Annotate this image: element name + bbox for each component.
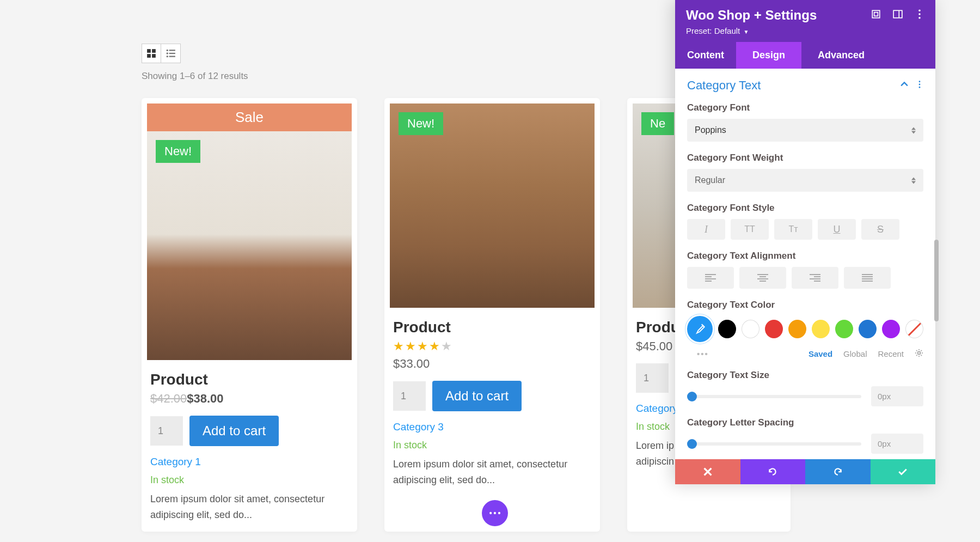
palette-global-tab[interactable]: Global: [843, 349, 867, 358]
uppercase-button[interactable]: TT: [731, 219, 769, 240]
palette-saved-tab[interactable]: Saved: [808, 349, 832, 358]
svg-point-17: [919, 81, 921, 82]
slider-thumb[interactable]: [687, 392, 697, 401]
quantity-input[interactable]: [393, 381, 426, 411]
scrollbar-thumb[interactable]: [934, 240, 939, 321]
svg-point-16: [918, 17, 921, 19]
close-button[interactable]: [675, 459, 740, 484]
price-old: $42.00: [150, 392, 187, 405]
save-button[interactable]: [871, 459, 936, 484]
new-badge: Ne: [641, 112, 674, 135]
align-right-button[interactable]: [792, 267, 838, 289]
quantity-input[interactable]: [636, 363, 669, 393]
svg-rect-7: [169, 53, 175, 54]
svg-rect-12: [893, 10, 902, 18]
more-colors-icon[interactable]: •••: [697, 349, 709, 358]
spacing-label: Category Letter Spacing: [687, 417, 923, 428]
smallcaps-button[interactable]: Tт: [774, 219, 812, 240]
kebab-menu-icon[interactable]: [915, 9, 924, 21]
tab-content[interactable]: Content: [675, 42, 736, 69]
svg-point-4: [166, 50, 168, 51]
palette-recent-tab[interactable]: Recent: [878, 349, 904, 358]
tab-advanced[interactable]: Advanced: [801, 42, 877, 69]
product-title[interactable]: Product: [393, 319, 591, 336]
align-center-button[interactable]: [739, 267, 786, 289]
star-off-icon: ★: [441, 339, 452, 354]
svg-point-19: [919, 87, 921, 88]
font-select[interactable]: Poppins: [687, 119, 923, 142]
preset-selector[interactable]: Preset: Default ▼: [686, 26, 924, 35]
kebab-menu-icon[interactable]: [916, 81, 923, 90]
sale-badge: Sale: [147, 103, 352, 131]
dock-icon[interactable]: [893, 9, 903, 21]
new-badge: New!: [399, 112, 443, 135]
rating-stars: ★★★★★: [393, 339, 591, 354]
color-swatch[interactable]: [742, 320, 759, 338]
color-swatch[interactable]: [835, 320, 853, 338]
svg-point-15: [918, 13, 921, 15]
panel-tabs: Content Design Advanced: [675, 42, 935, 69]
chevron-down-icon: ▼: [743, 29, 749, 35]
color-swatch[interactable]: [882, 320, 900, 338]
new-badge: New!: [156, 140, 200, 163]
svg-rect-3: [152, 54, 156, 58]
svg-rect-9: [169, 56, 175, 57]
product-card: New! Product ★★★★★ $33.00 Add to cart Ca…: [384, 98, 600, 532]
color-swatch[interactable]: [812, 320, 830, 338]
preset-value: Default: [714, 26, 740, 35]
svg-rect-0: [147, 49, 151, 53]
product-image[interactable]: [147, 131, 352, 360]
color-palette-tabs: ••• Saved Global Recent: [687, 349, 923, 359]
strikethrough-button[interactable]: S: [861, 219, 899, 240]
letter-spacing-input[interactable]: [871, 434, 923, 454]
price-now: $45.00: [636, 339, 672, 353]
svg-rect-10: [872, 10, 880, 18]
expand-icon[interactable]: [871, 9, 881, 21]
product-description: Lorem ipsum dolor sit amet, consectetur …: [393, 456, 591, 488]
select-caret-icon: [911, 177, 916, 184]
color-picker-button[interactable]: [687, 316, 713, 342]
svg-point-18: [919, 84, 921, 86]
section-category-text: Category Text Category Font Poppins Cate…: [675, 69, 935, 454]
color-swatch[interactable]: [718, 320, 736, 338]
color-swatch[interactable]: [765, 320, 783, 338]
color-swatch[interactable]: [788, 320, 806, 338]
add-to-cart-button[interactable]: Add to cart: [432, 381, 522, 411]
weight-select-value: Regular: [695, 175, 725, 185]
text-size-slider[interactable]: [687, 395, 861, 398]
slider-thumb[interactable]: [687, 439, 697, 449]
weight-select[interactable]: Regular: [687, 169, 923, 192]
color-label: Category Text Color: [687, 300, 923, 310]
align-justify-button[interactable]: [844, 267, 891, 289]
product-description: Lorem ipsum dolor sit amet, consectetur …: [150, 491, 348, 523]
section-title[interactable]: Category Text: [687, 78, 901, 93]
select-caret-icon: [911, 127, 916, 134]
align-label: Category Text Alignment: [687, 251, 923, 261]
align-left-button[interactable]: [687, 267, 734, 289]
list-view-button[interactable]: [161, 44, 181, 63]
collapse-icon[interactable]: [901, 81, 908, 90]
redo-button[interactable]: [805, 459, 871, 484]
tab-design[interactable]: Design: [736, 42, 801, 69]
italic-button[interactable]: I: [687, 219, 725, 240]
page-actions-fab[interactable]: •••: [482, 500, 508, 526]
svg-point-8: [166, 56, 168, 57]
svg-point-14: [918, 9, 921, 11]
color-none-swatch[interactable]: [905, 320, 923, 338]
product-title[interactable]: Product: [150, 371, 348, 388]
gear-icon[interactable]: [915, 349, 923, 359]
underline-button[interactable]: U: [818, 219, 856, 240]
weight-label: Category Font Weight: [687, 153, 923, 163]
add-to-cart-button[interactable]: Add to cart: [189, 416, 279, 446]
style-label: Category Font Style: [687, 203, 923, 214]
text-size-input[interactable]: [871, 386, 923, 406]
letter-spacing-slider[interactable]: [687, 442, 861, 446]
quantity-input[interactable]: [150, 416, 183, 446]
category-link[interactable]: Category 1: [150, 456, 348, 468]
category-link[interactable]: Category 3: [393, 421, 591, 433]
grid-view-button[interactable]: [142, 44, 161, 63]
svg-rect-1: [152, 49, 156, 53]
preset-label: Preset:: [686, 26, 712, 35]
color-swatch[interactable]: [859, 320, 877, 338]
undo-button[interactable]: [740, 459, 806, 484]
